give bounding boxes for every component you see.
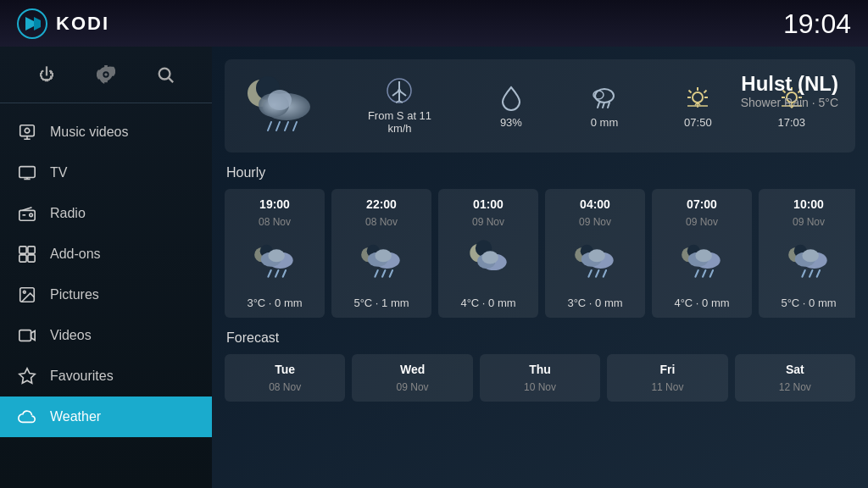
forecast-day: Tue [275,363,295,376]
videos-label: Videos [50,328,92,343]
svg-point-16 [23,291,25,293]
weather-label: Weather [50,409,101,424]
sidebar-item-add-ons[interactable]: Add-ons [0,234,212,274]
forecast-card: Sat 12 Nov [735,354,855,402]
favourites-label: Favourites [50,369,114,384]
forecast-day: Fri [659,363,675,376]
forecast-date: 11 Nov [651,381,683,393]
main-content: From S at 11km/h 93% 0 mm [212,47,868,488]
rain-stat: 0 mm [591,84,619,129]
kodi-title: KODI [56,13,109,35]
hour-time: 19:00 [259,197,290,211]
add-ons-label: Add-ons [50,247,101,262]
wind-stat: From S at 11km/h [368,77,431,135]
hour-date: 08 Nov [259,216,291,228]
svg-point-79 [588,249,605,262]
hourly-section: Hourly 19:00 08 Nov 3°C · 0 mm 22:00 08 … [225,165,855,318]
hour-weather-icon [680,236,724,288]
svg-rect-12 [28,247,35,253]
hour-temp: 3°C · 0 mm [247,297,302,309]
svg-point-6 [25,128,30,133]
forecast-date: 10 Nov [524,381,556,393]
hour-weather-icon [573,236,617,288]
sidebar-item-tv[interactable]: TV [0,152,212,193]
svg-point-95 [802,249,819,262]
svg-marker-2 [34,17,41,30]
current-weather-panel: From S at 11km/h 93% 0 mm [225,59,855,152]
forecast-section: Forecast Tue 08 Nov Wed 09 Nov Thu 10 No… [225,330,855,402]
svg-line-96 [802,270,804,277]
current-weather-icon [242,72,318,140]
svg-line-90 [710,270,713,277]
location-name: Hulst (NL) [741,72,838,96]
svg-line-61 [283,270,286,277]
hour-time: 07:00 [687,197,717,211]
sunrise-icon [684,84,711,111]
hourly-card: 01:00 09 Nov 4°C · 0 mm [438,189,538,318]
sidebar-item-favourites[interactable]: Favourites [0,356,212,396]
forecast-card: Wed 09 Nov [352,354,472,402]
weather-icon [17,407,37,427]
svg-line-88 [695,270,698,277]
wind-value: From S at 11km/h [368,109,431,135]
hour-weather-icon [466,236,510,288]
videos-icon [17,325,37,346]
svg-line-25 [285,122,288,130]
svg-line-80 [588,270,591,277]
sidebar-item-weather[interactable]: Weather [0,396,212,437]
kodi-icon [17,8,47,39]
svg-line-89 [703,270,705,277]
svg-line-4 [169,78,173,82]
svg-rect-7 [19,167,35,178]
search-button[interactable] [150,59,181,90]
svg-line-59 [268,270,270,277]
svg-point-87 [695,249,712,262]
svg-point-22 [268,90,292,110]
hour-time: 22:00 [366,197,397,211]
svg-line-23 [268,122,271,130]
hour-temp: 4°C · 0 mm [460,297,515,309]
svg-rect-17 [19,330,31,341]
svg-point-9 [30,214,33,217]
favourites-icon [17,366,37,386]
sidebar-item-radio[interactable]: Radio [0,193,212,234]
wind-icon [386,77,413,104]
sunrise-value: 07:50 [684,116,712,129]
hourly-card: 19:00 08 Nov 3°C · 0 mm [225,189,325,318]
svg-rect-14 [28,255,35,262]
svg-line-24 [276,122,280,130]
humidity-icon [498,84,525,111]
hourly-card: 07:00 09 Nov 4°C · 0 mm [652,189,752,318]
sidebar-icon-bar: ⏻ [0,47,212,103]
hour-date: 09 Nov [686,216,718,228]
radio-label: Radio [50,206,86,221]
sidebar-item-videos[interactable]: Videos [0,315,212,356]
svg-point-3 [159,69,170,80]
hour-date: 08 Nov [365,216,398,228]
power-button[interactable]: ⏻ [31,59,62,90]
svg-point-66 [375,249,392,262]
sunset-value: 17:03 [777,116,805,129]
hour-time: 04:00 [580,197,610,211]
svg-point-40 [693,92,703,103]
sidebar-item-pictures[interactable]: Pictures [0,274,212,315]
rain-value: 0 mm [591,116,619,129]
forecast-day: Thu [529,363,551,376]
forecast-cards: Tue 08 Nov Wed 09 Nov Thu 10 Nov Fri 11 … [225,354,855,402]
svg-line-37 [598,103,599,108]
forecast-date: 08 Nov [269,381,301,393]
cloud-rain-icon [244,75,316,138]
svg-line-67 [375,270,377,277]
forecast-card: Tue 08 Nov [225,354,345,402]
current-location: Hulst (NL) Shower Rain · 5°C [741,72,838,109]
settings-button[interactable] [91,59,121,90]
hour-weather-icon [787,236,831,288]
svg-rect-11 [19,247,26,253]
sidebar-item-music-videos[interactable]: Music videos [0,112,212,152]
svg-line-68 [382,270,385,277]
hour-temp: 3°C · 0 mm [567,297,622,309]
sidebar-nav: Music videosTVRadioAdd-onsPicturesVideos… [0,103,212,488]
pictures-icon [17,285,37,305]
forecast-card: Thu 10 Nov [480,354,600,402]
add-ons-icon [17,244,37,264]
